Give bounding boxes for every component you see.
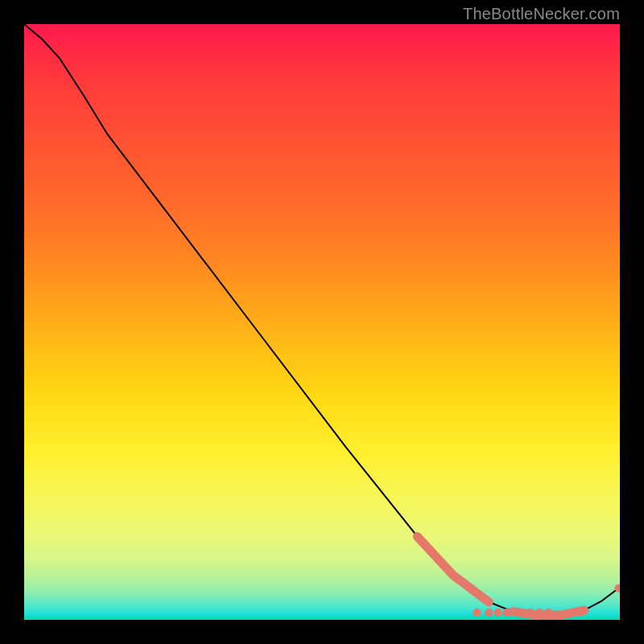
svg-point-4: [514, 609, 522, 617]
svg-point-8: [577, 608, 585, 616]
curve-line: [24, 24, 620, 615]
plot-area: [24, 24, 620, 620]
chart-svg: [24, 24, 620, 620]
svg-point-1: [485, 609, 493, 617]
svg-point-7: [544, 609, 552, 617]
svg-point-5: [526, 609, 535, 617]
attribution-text: TheBottleNecker.com: [463, 5, 620, 23]
chart-canvas: TheBottleNecker.com: [0, 0, 644, 644]
highlight-dots: [473, 584, 620, 617]
svg-point-2: [493, 609, 502, 617]
highlight-segments: [417, 536, 584, 615]
svg-point-6: [535, 609, 543, 617]
svg-point-3: [502, 609, 510, 617]
svg-point-0: [473, 609, 481, 617]
